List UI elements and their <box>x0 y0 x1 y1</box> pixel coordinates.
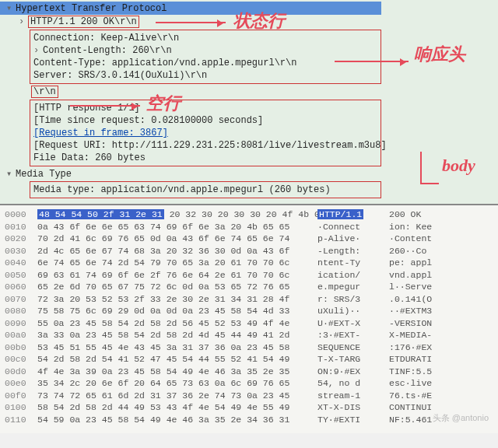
media-value: Media type: application/vnd.apple.mpegur… <box>33 184 331 195</box>
hex-bytes: 2d 4c 65 6e 67 74 68 3a 20 32 36 30 0d 0… <box>37 245 317 257</box>
ascii-left: e.mpegur <box>317 281 389 293</box>
ascii-left: r: SRS/3 <box>317 293 389 306</box>
hex-row[interactable]: 00406e 74 65 6e 74 2d 54 79 70 65 3a 20 … <box>5 257 493 269</box>
hex-offset: 00c0 <box>5 353 37 366</box>
hex-row[interactable]: 008075 58 75 6c 69 29 0d 0a 0d 0a 23 45 … <box>5 305 493 317</box>
header-text: Content-Length: 260\r\n <box>43 45 172 56</box>
ascii-left: stream-1 <box>317 390 389 402</box>
hex-offset: 0110 <box>5 414 37 426</box>
section-title: Hypertext Transfer Protocol <box>16 3 167 14</box>
ascii-right: X-MEDIA- <box>389 329 461 341</box>
bracket-icon <box>420 152 439 184</box>
ascii-left: TY·#EXTI <box>317 414 389 426</box>
ascii-right: ETDURATI <box>389 353 461 366</box>
hex-row[interactable]: 009055 0a 23 45 58 54 2d 58 2d 56 45 52 … <box>5 317 493 330</box>
hex-bytes: 58 54 2d 58 2d 44 49 53 43 4f 4e 54 49 4… <box>37 401 317 414</box>
hex-offset: 0020 <box>5 233 37 245</box>
hex-bytes: 69 63 61 74 69 6f 6e 2f 76 6e 64 2e 61 7… <box>37 269 317 282</box>
header-text: Connection: Keep-Alive\r\n <box>33 33 179 44</box>
hex-bytes: 4f 4e 3a 39 0a 23 45 58 54 49 4e 46 3a 3… <box>37 366 317 378</box>
hex-row[interactable]: 011054 59 0a 23 45 58 54 49 4e 46 3a 35 … <box>5 414 493 426</box>
hex-offset: 00d0 <box>5 366 37 378</box>
hex-bytes: 53 45 51 55 45 4e 43 45 3a 31 37 36 0a 2… <box>37 341 317 354</box>
media-type-line[interactable]: Media type: application/vnd.apple.mpegur… <box>33 184 377 196</box>
file-data-line[interactable]: File Data: 260 bytes <box>33 152 377 164</box>
ascii-left: ication/ <box>317 269 389 282</box>
hex-dump-panel[interactable]: 000048 54 54 50 2f 31 2e 31 20 32 30 20 … <box>0 204 498 433</box>
hex-row[interactable]: 00302d 4c 65 6e 67 74 68 3a 20 32 36 30 … <box>5 245 493 257</box>
hex-row[interactable]: 005069 63 61 74 69 6f 6e 2f 76 6e 64 2e … <box>5 269 493 282</box>
hex-bytes: 73 74 72 65 61 6d 2d 31 37 36 2e 74 73 0… <box>37 390 317 402</box>
hex-offset: 00b0 <box>5 341 37 354</box>
status-line-row[interactable]: ›HTTP/1.1 200 OK\r\n <box>0 15 498 29</box>
header-line[interactable]: Server: SRS/3.0.141(OuXuli)\r\n <box>33 69 377 82</box>
ascii-left: :3·#EXT- <box>317 329 389 341</box>
hex-offset: 00e0 <box>5 377 37 390</box>
hex-offset: 0000 <box>5 208 37 221</box>
hex-bytes: 0a 43 6f 6e 6e 65 63 74 69 6f 6e 3a 20 4… <box>37 221 317 233</box>
hex-row[interactable]: 00e035 34 2c 20 6e 6f 20 64 65 73 63 0a … <box>5 377 493 390</box>
hex-row[interactable]: 00a03a 33 0a 23 45 58 54 2d 58 2d 4d 45 … <box>5 329 493 341</box>
detail-line[interactable]: [Time since request: 0.028100000 seconds… <box>33 114 377 127</box>
ascii-right: TINF:5.5 <box>389 366 461 378</box>
ascii-left: uXuli)·· <box>317 305 389 317</box>
ascii-right: ion: Kee <box>389 221 461 233</box>
blank-line-row[interactable]: \r\n <box>0 85 498 99</box>
hex-bytes: 70 2d 41 6c 69 76 65 0d 0a 43 6f 6e 74 6… <box>37 233 317 245</box>
request-uri-line[interactable]: [Request URI: http://111.229.231.225:808… <box>33 139 377 152</box>
link-text: [Request in frame: 3867] <box>33 128 168 138</box>
watermark: 头条 @antonio <box>433 412 489 424</box>
header-text: Content-Type: application/vnd.apple.mpeg… <box>33 58 296 68</box>
hex-offset: 0070 <box>5 293 37 306</box>
chevron-right-icon[interactable]: › <box>19 16 28 27</box>
hex-row[interactable]: 000048 54 54 50 2f 31 2e 31 20 32 30 20 … <box>5 208 493 221</box>
chevron-right-icon[interactable]: › <box>33 45 43 56</box>
hex-row[interactable]: 00c054 2d 58 2d 54 41 52 47 45 54 44 55 … <box>5 353 493 366</box>
hex-row[interactable]: 007072 3a 20 53 52 53 2f 33 2e 30 2e 31 … <box>5 293 493 306</box>
detail-line[interactable]: [HTTP response 1/1] <box>33 102 377 114</box>
hex-offset: 0100 <box>5 401 37 414</box>
ascii-left: ON:9·#EX <box>317 366 389 378</box>
hex-bytes: 48 54 54 50 2f 31 2e 31 20 32 30 20 30 3… <box>37 208 317 221</box>
hex-offset: 00f0 <box>5 390 37 402</box>
hex-bytes: 65 2e 6d 70 65 67 75 72 6c 0d 0a 53 65 7… <box>37 281 317 293</box>
header-text: Server: SRS/3.0.141(OuXuli)\r\n <box>33 70 207 81</box>
ascii-right: 76.ts·#E <box>389 390 461 402</box>
hex-bytes: 72 3a 20 53 52 53 2f 33 2e 30 2e 31 34 3… <box>37 293 317 306</box>
ascii-right: vnd.appl <box>389 269 461 282</box>
header-line[interactable]: ›Content-Length: 260\r\n <box>33 44 377 57</box>
header-line[interactable]: Connection: Keep-Alive\r\n <box>33 32 377 44</box>
detail-text: [HTTP response 1/1] <box>33 103 140 114</box>
ascii-left: -Length: <box>317 245 389 257</box>
ascii-left: HTTP/1.1 <box>317 208 389 221</box>
media-type-box: Media type: application/vnd.apple.mpegur… <box>30 181 381 198</box>
http-section-header[interactable]: ▾Hypertext Transfer Protocol <box>0 2 381 15</box>
hex-bytes: 55 0a 23 45 58 54 2d 58 2d 56 45 52 53 4… <box>37 317 317 330</box>
chevron-down-icon[interactable]: ▾ <box>6 2 16 14</box>
hex-row[interactable]: 00f073 74 72 65 61 6d 2d 31 37 36 2e 74 … <box>5 390 493 402</box>
ascii-left: 54, no d <box>317 377 389 390</box>
hex-row[interactable]: 00100a 43 6f 6e 6e 65 63 74 69 6f 6e 3a … <box>5 221 493 233</box>
ascii-right: 200 OK <box>389 208 461 221</box>
hex-offset: 0090 <box>5 317 37 330</box>
ascii-left: XT-X-DIS <box>317 401 389 414</box>
ascii-right: ··#EXTM3 <box>389 305 461 317</box>
hex-row[interactable]: 00b053 45 51 55 45 4e 43 45 3a 31 37 36 … <box>5 341 493 354</box>
hex-row[interactable]: 010058 54 2d 58 2d 44 49 53 43 4f 4e 54 … <box>5 401 493 414</box>
ascii-right: :176·#EX <box>389 341 461 354</box>
chevron-down-icon[interactable]: ▾ <box>6 168 16 180</box>
hex-offset: 0030 <box>5 245 37 257</box>
annotation-response-header: 响应头 <box>414 43 465 66</box>
hex-row[interactable]: 002070 2d 41 6c 69 76 65 0d 0a 43 6f 6e … <box>5 233 493 245</box>
ascii-right: ·Content <box>389 233 461 245</box>
ascii-left: ·Connect <box>317 221 389 233</box>
status-line-text: HTTP/1.1 200 OK\r\n <box>28 16 139 28</box>
hex-offset: 0010 <box>5 221 37 233</box>
header-line[interactable]: Content-Type: application/vnd.apple.mpeg… <box>33 57 377 69</box>
ascii-right: l··Serve <box>389 281 461 293</box>
hex-row[interactable]: 00d04f 4e 3a 39 0a 23 45 58 54 49 4e 46 … <box>5 366 493 378</box>
hex-row[interactable]: 006065 2e 6d 70 65 67 75 72 6c 0d 0a 53 … <box>5 281 493 293</box>
hex-offset: 0060 <box>5 281 37 293</box>
http-details-box: [HTTP response 1/1] [Time since request:… <box>30 100 381 166</box>
request-frame-link[interactable]: [Request in frame: 3867] <box>33 127 377 139</box>
